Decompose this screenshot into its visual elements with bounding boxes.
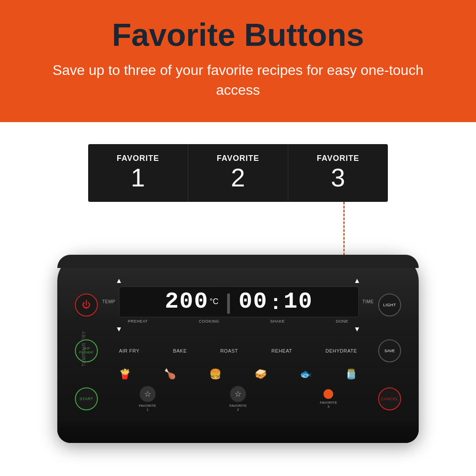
sandwich-icon: 🥪 xyxy=(255,368,267,380)
display-row: ⏻ ▲ ▲ TEMP 200 °C | xyxy=(75,277,401,333)
display-section: ▲ ▲ TEMP 200 °C | 00 : 10 xyxy=(102,277,374,333)
device-fav3-label: FAVORITE3 xyxy=(320,401,337,409)
favorites-row: START ☆ FAVORITE1 ☆ FAVORITE2 xyxy=(75,386,401,412)
temp-airfry-label: TEMP AIR FRY xyxy=(82,331,86,367)
digital-display: 200 °C | 00 : 10 xyxy=(119,286,359,317)
fries-icon: 🍟 xyxy=(119,368,131,380)
temp-side-label: TEMP xyxy=(102,299,115,304)
time-up-arrow[interactable]: ▲ xyxy=(353,277,361,285)
favorite-3-label: FAVORITE xyxy=(317,154,360,163)
favorite-1-cell: FAVORITE 1 xyxy=(88,144,188,202)
favorite-2-cell: FAVORITE 2 xyxy=(188,144,288,202)
save-button[interactable]: SAVE xyxy=(378,339,401,362)
device-fav1-label: FAVORITE1 xyxy=(139,404,156,412)
fish-icon: 🐟 xyxy=(300,368,312,380)
device-bottom xyxy=(57,421,419,443)
airfry-mode-label[interactable]: AIR FRY xyxy=(119,348,140,353)
favorites-banner: FAVORITE 1 FAVORITE 2 FAVORITE 3 xyxy=(88,144,388,202)
jar-icon: 🫙 xyxy=(345,368,357,380)
device-top-panel xyxy=(57,255,419,268)
device-favorites-container: ☆ FAVORITE1 ☆ FAVORITE2 FAVORITE3 xyxy=(102,386,374,412)
preheat-label: PREHEAT xyxy=(128,319,148,324)
cancel-label: CANCEL xyxy=(381,397,398,401)
display-status-labels: PREHEAT COOKING SHAKE DONE xyxy=(102,319,374,324)
favorite-2-number: 2 xyxy=(231,165,245,190)
temp-display: 200 xyxy=(165,290,209,313)
power-icon: ⏻ xyxy=(82,300,91,310)
start-button[interactable]: START xyxy=(75,387,98,410)
cooking-label: COOKING xyxy=(199,319,219,324)
start-label: START xyxy=(79,397,93,401)
favorite-3-cell: FAVORITE 3 xyxy=(288,144,388,202)
bottom-arrows: ▼ ▼ xyxy=(102,325,374,333)
page-title: Favorite Buttons xyxy=(35,18,441,52)
top-arrows: ▲ ▲ xyxy=(102,277,374,285)
main-content: FAVORITE 1 FAVORITE 2 FAVORITE 3 ⏻ xyxy=(0,122,476,443)
chicken-icon: 🍗 xyxy=(164,368,176,380)
mode-icons-container: 🍟 🍗 🍔 🥪 🐟 🫙 xyxy=(102,368,374,380)
time-down-arrow[interactable]: ▼ xyxy=(353,325,361,333)
icons-row: 🍟 🍗 🍔 🥪 🐟 🫙 xyxy=(75,368,401,380)
reheat-mode-label[interactable]: REHEAT xyxy=(271,348,292,353)
device-fav3-button[interactable] xyxy=(324,389,333,399)
burger-icon: 🍔 xyxy=(209,368,221,380)
device-fav3-group: FAVORITE3 xyxy=(320,389,337,409)
page-subtitle: Save up to three of your favorite recipe… xyxy=(35,60,441,100)
temp-up-arrow[interactable]: ▲ xyxy=(115,277,123,285)
connector-area xyxy=(88,202,388,259)
power-button[interactable]: ⏻ xyxy=(75,294,98,316)
header-section: Favorite Buttons Save up to three of you… xyxy=(0,0,476,122)
device-fav2-label: FAVORITE2 xyxy=(230,404,247,412)
favorite-3-number: 3 xyxy=(331,165,345,190)
temp-down-arrow[interactable]: ▼ xyxy=(115,325,123,333)
favorite-2-label: FAVORITE xyxy=(217,154,260,163)
done-label: DONE xyxy=(336,319,348,324)
control-panel: ⏻ ▲ ▲ TEMP 200 °C | xyxy=(75,277,401,412)
cancel-button[interactable]: CANCEL xyxy=(378,387,401,410)
light-label: LIGHT xyxy=(383,303,396,307)
modes-row: SKIPPREHEAT AIR FRY BAKE ROAST REHEAT DE… xyxy=(75,339,401,362)
device-fav2-button[interactable]: ☆ xyxy=(230,386,246,402)
device-fav1-group: ☆ FAVORITE1 xyxy=(139,386,156,412)
time-hours-display: 00 xyxy=(238,290,268,313)
shake-label: SHAKE xyxy=(270,319,285,324)
device-fav2-group: ☆ FAVORITE2 xyxy=(230,386,247,412)
display-separator: | xyxy=(226,291,231,312)
time-side-label: TIME xyxy=(362,299,374,304)
colon-separator: : xyxy=(272,291,279,312)
device-fav1-button[interactable]: ☆ xyxy=(140,386,156,402)
connector-line xyxy=(343,202,345,259)
dehydrate-mode-label[interactable]: DEHYDRATE xyxy=(326,348,357,353)
roast-mode-label[interactable]: ROAST xyxy=(220,348,238,353)
favorite-1-number: 1 xyxy=(131,165,145,190)
temp-unit: °C xyxy=(210,297,219,306)
bake-mode-label[interactable]: BAKE xyxy=(173,348,186,353)
time-mins-display: 10 xyxy=(284,290,313,313)
favorite-1-label: FAVORITE xyxy=(117,154,160,163)
mode-labels-container: AIR FRY BAKE ROAST REHEAT DEHYDRATE xyxy=(102,348,374,353)
air-fryer-device: ⏻ ▲ ▲ TEMP 200 °C | xyxy=(57,255,419,443)
save-label: SAVE xyxy=(384,349,394,353)
light-button[interactable]: LIGHT xyxy=(378,294,401,316)
device-wrapper: ⏻ ▲ ▲ TEMP 200 °C | xyxy=(0,255,476,443)
